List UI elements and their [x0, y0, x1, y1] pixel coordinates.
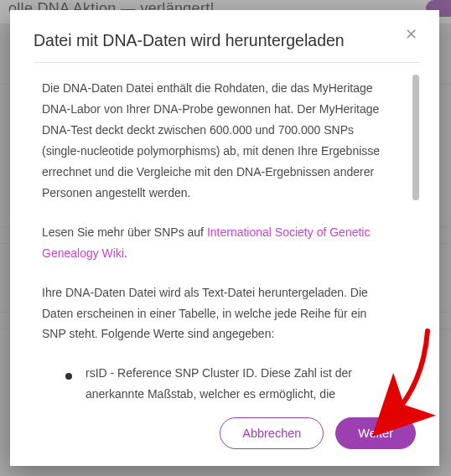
format-paragraph: Ihre DNA-Daten Datei wird als Text-Datei…: [42, 282, 391, 345]
bullet-item-rsid: rsID - Reference SNP Cluster ID. Diese Z…: [42, 363, 391, 401]
bullet-text-rsid: rsID - Reference SNP Cluster ID. Diese Z…: [86, 363, 391, 401]
modal-content: Die DNA-Daten Datei enthält die Rohdaten…: [34, 75, 411, 401]
snp-link-after: .: [124, 246, 127, 260]
intro-paragraph: Die DNA-Daten Datei enthält die Rohdaten…: [42, 78, 391, 203]
close-icon[interactable]: ✕: [403, 25, 419, 44]
modal-scroll-area: Die DNA-Daten Datei enthält die Rohdaten…: [34, 75, 419, 401]
download-dna-modal: Datei mit DNA-Daten wird heruntergeladen…: [10, 10, 439, 466]
modal-header: Datei mit DNA-Daten wird heruntergeladen…: [34, 25, 419, 62]
modal-divider: [34, 62, 419, 63]
snp-link-before: Lesen Sie mehr über SNPs auf: [42, 225, 207, 239]
bullet-dot-icon: [65, 373, 72, 380]
modal-title: Datei mit DNA-Daten wird heruntergeladen: [34, 30, 345, 50]
next-button[interactable]: Weiter: [335, 417, 416, 449]
scrollbar-track[interactable]: [412, 75, 419, 401]
snp-link-paragraph: Lesen Sie mehr über SNPs auf Internation…: [42, 222, 391, 264]
cancel-button[interactable]: Abbrechen: [220, 417, 324, 449]
scrollbar-thumb[interactable]: [412, 75, 419, 200]
modal-footer: Abbrechen Weiter: [34, 401, 419, 451]
